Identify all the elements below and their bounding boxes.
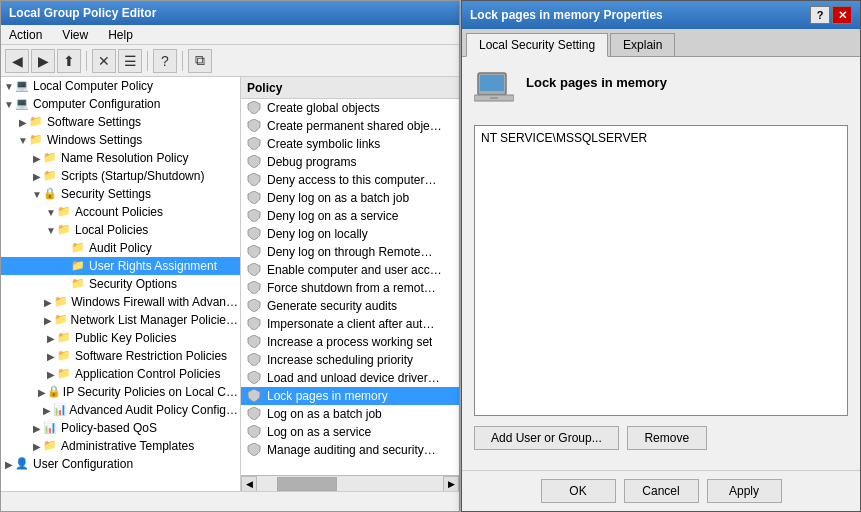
up-button[interactable]: ⬆ xyxy=(57,49,81,73)
policy-item-9[interactable]: Enable computer and user acc… xyxy=(241,261,459,279)
tree-item-account-policies[interactable]: ▼📁Account Policies xyxy=(1,203,240,221)
dialog-help-button[interactable]: ? xyxy=(810,6,830,24)
menu-view[interactable]: View xyxy=(58,28,92,42)
tree-icon-applocker: 📁 xyxy=(57,367,73,381)
tree-arrow-name-resolution[interactable]: ▶ xyxy=(31,153,43,164)
policy-item-10[interactable]: Force shutdown from a remot… xyxy=(241,279,459,297)
policy-item-4[interactable]: Deny access to this computer… xyxy=(241,171,459,189)
tree-arrow-network-list[interactable]: ▶ xyxy=(42,315,53,326)
tree-item-software-restriction[interactable]: ▶📁Software Restriction Policies xyxy=(1,347,240,365)
tree-item-user-rights[interactable]: 📁User Rights Assignment xyxy=(1,257,240,275)
user-list-item-0[interactable]: NT SERVICE\MSSQLSERVER xyxy=(479,130,843,146)
help-button[interactable]: ? xyxy=(153,49,177,73)
tree-arrow-admin-templates[interactable]: ▶ xyxy=(31,441,43,452)
tree-label-software-settings: Software Settings xyxy=(47,115,141,129)
forward-button[interactable]: ▶ xyxy=(31,49,55,73)
tree-arrow-applocker[interactable]: ▶ xyxy=(45,369,57,380)
policy-item-7[interactable]: Deny log on locally xyxy=(241,225,459,243)
h-scroll-thumb[interactable] xyxy=(277,477,337,491)
tree-item-policy-qos[interactable]: ▶📊Policy-based QoS xyxy=(1,419,240,437)
tree-arrow-policy-qos[interactable]: ▶ xyxy=(31,423,43,434)
tree-root[interactable]: ▼ 💻 Local Computer Policy xyxy=(1,77,240,95)
tree-label-advanced-audit: Advanced Audit Policy Config… xyxy=(69,403,238,417)
h-scroll-left[interactable]: ◀ xyxy=(241,476,257,491)
add-user-button[interactable]: Add User or Group... xyxy=(474,426,619,450)
tree-arrow-account-policies[interactable]: ▼ xyxy=(45,207,57,218)
menu-help[interactable]: Help xyxy=(104,28,137,42)
apply-button[interactable]: Apply xyxy=(707,479,782,503)
tree-arrow-advanced-audit[interactable]: ▶ xyxy=(42,405,53,416)
tree-arrow-security-settings[interactable]: ▼ xyxy=(31,189,43,200)
tree-arrow-software-settings[interactable]: ▶ xyxy=(17,117,29,128)
tree-item-computer-config[interactable]: ▼💻Computer Configuration xyxy=(1,95,240,113)
tree-item-local-policies[interactable]: ▼📁Local Policies xyxy=(1,221,240,239)
tree-icon-network-list: 📁 xyxy=(54,313,69,327)
policy-item-6[interactable]: Deny log on as a service xyxy=(241,207,459,225)
tree-arrow-windows-settings[interactable]: ▼ xyxy=(17,135,29,146)
h-scroll-track[interactable] xyxy=(257,476,443,491)
tab-local-security[interactable]: Local Security Setting xyxy=(466,33,608,57)
user-list-box[interactable]: NT SERVICE\MSSQLSERVER xyxy=(474,125,848,416)
tree-arrow-user-config[interactable]: ▶ xyxy=(3,459,15,470)
tree-arrow-windows-firewall[interactable]: ▶ xyxy=(43,297,54,308)
ok-button[interactable]: OK xyxy=(541,479,616,503)
policy-item-icon-13 xyxy=(247,335,263,349)
tree-item-security-options[interactable]: 📁Security Options xyxy=(1,275,240,293)
tab-explain[interactable]: Explain xyxy=(610,33,675,56)
tree-item-network-list[interactable]: ▶📁Network List Manager Policie… xyxy=(1,311,240,329)
tree-item-windows-settings[interactable]: ▼📁Windows Settings xyxy=(1,131,240,149)
policy-item-16[interactable]: Lock pages in memory xyxy=(241,387,459,405)
tree-item-public-key[interactable]: ▶📁Public Key Policies xyxy=(1,329,240,347)
dialog-tabs: Local Security Setting Explain xyxy=(462,29,860,57)
policy-item-12[interactable]: Impersonate a client after aut… xyxy=(241,315,459,333)
policy-item-0[interactable]: Create global objects xyxy=(241,99,459,117)
new-window-button[interactable]: ⧉ xyxy=(188,49,212,73)
menu-action[interactable]: Action xyxy=(5,28,46,42)
content-area: ▼ 💻 Local Computer Policy ▼💻Computer Con… xyxy=(1,77,459,491)
policy-item-14[interactable]: Increase scheduling priority xyxy=(241,351,459,369)
tree-arrow-public-key[interactable]: ▶ xyxy=(45,333,57,344)
tree-item-name-resolution[interactable]: ▶📁Name Resolution Policy xyxy=(1,149,240,167)
cancel-button[interactable]: Cancel xyxy=(624,479,699,503)
tree-item-ip-security[interactable]: ▶🔒IP Security Policies on Local C… xyxy=(1,383,240,401)
tree-item-applocker[interactable]: ▶📁Application Control Policies xyxy=(1,365,240,383)
policy-item-8[interactable]: Deny log on through Remote… xyxy=(241,243,459,261)
tree-item-windows-firewall[interactable]: ▶📁Windows Firewall with Advan… xyxy=(1,293,240,311)
policy-label-10: Force shutdown from a remot… xyxy=(267,281,436,295)
policy-list[interactable]: Create global objectsCreate permanent sh… xyxy=(241,99,459,475)
tree-item-scripts[interactable]: ▶📁Scripts (Startup/Shutdown) xyxy=(1,167,240,185)
tree-arrow-scripts[interactable]: ▶ xyxy=(31,171,43,182)
policy-item-13[interactable]: Increase a process working set xyxy=(241,333,459,351)
policy-item-19[interactable]: Manage auditing and security… xyxy=(241,441,459,459)
tree-expand-root[interactable]: ▼ xyxy=(3,81,15,92)
policy-item-1[interactable]: Create permanent shared obje… xyxy=(241,117,459,135)
policy-item-18[interactable]: Log on as a service xyxy=(241,423,459,441)
tree-item-advanced-audit[interactable]: ▶📊Advanced Audit Policy Config… xyxy=(1,401,240,419)
tree-label-account-policies: Account Policies xyxy=(75,205,163,219)
tree-arrow-ip-security[interactable]: ▶ xyxy=(37,387,47,398)
policy-label-0: Create global objects xyxy=(267,101,380,115)
policy-item-2[interactable]: Create symbolic links xyxy=(241,135,459,153)
h-scroll-right[interactable]: ▶ xyxy=(443,476,459,491)
policy-item-5[interactable]: Deny log on as a batch job xyxy=(241,189,459,207)
tree-arrow-software-restriction[interactable]: ▶ xyxy=(45,351,57,362)
tree-arrow-local-policies[interactable]: ▼ xyxy=(45,225,57,236)
toolbar-sep-3 xyxy=(182,51,183,71)
tree-item-security-settings[interactable]: ▼🔒Security Settings xyxy=(1,185,240,203)
h-scrollbar[interactable]: ◀ ▶ xyxy=(241,475,459,491)
policy-item-17[interactable]: Log on as a batch job xyxy=(241,405,459,423)
tree-item-audit-policy[interactable]: 📁Audit Policy xyxy=(1,239,240,257)
tree-item-admin-templates[interactable]: ▶📁Administrative Templates xyxy=(1,437,240,455)
tree-item-user-config[interactable]: ▶👤User Configuration xyxy=(1,455,240,473)
back-button[interactable]: ◀ xyxy=(5,49,29,73)
policy-item-3[interactable]: Debug programs xyxy=(241,153,459,171)
tree-panel[interactable]: ▼ 💻 Local Computer Policy ▼💻Computer Con… xyxy=(1,77,241,491)
policy-item-11[interactable]: Generate security audits xyxy=(241,297,459,315)
dialog-close-button[interactable]: ✕ xyxy=(832,6,852,24)
policy-item-15[interactable]: Load and unload device driver… xyxy=(241,369,459,387)
tree-item-software-settings[interactable]: ▶📁Software Settings xyxy=(1,113,240,131)
delete-button[interactable]: ✕ xyxy=(92,49,116,73)
tree-arrow-computer-config[interactable]: ▼ xyxy=(3,99,15,110)
properties-button[interactable]: ☰ xyxy=(118,49,142,73)
remove-button[interactable]: Remove xyxy=(627,426,707,450)
